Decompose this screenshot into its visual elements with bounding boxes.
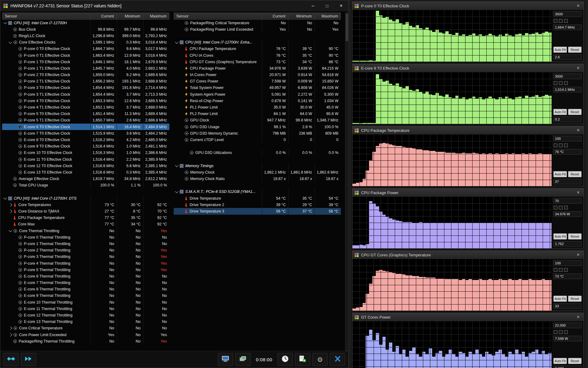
- graph-scale-max[interactable]: 100: [553, 136, 582, 141]
- auto-fit-button[interactable]: Auto Fit: [553, 47, 567, 53]
- clock-button[interactable]: [277, 353, 293, 366]
- sensor-row[interactable]: CPU IA Cores76 °C35 °C90 °C: [174, 52, 341, 59]
- sensor-row[interactable]: GT Cores Power7.598 W0.009 W15.850 W: [174, 78, 341, 85]
- graph-close-icon[interactable]: ×: [575, 252, 581, 257]
- fast-forward-button[interactable]: [21, 353, 36, 366]
- graph-scale-max[interactable]: 100: [553, 260, 582, 266]
- sensor-row[interactable]: PL1 Power Limit35.0 W30.0 W45.0 W: [174, 104, 341, 110]
- column-header-maximum[interactable]: Maximum: [143, 13, 169, 19]
- graph-option-checkbox[interactable]: [559, 19, 563, 23]
- sensor-row[interactable]: E-core 11 T0 Effective Clock1,516.4 MHz2…: [2, 156, 169, 163]
- graph-window-titlebar[interactable]: GT Cores Power×: [352, 313, 583, 321]
- expand-down-icon[interactable]: [3, 21, 7, 24]
- reset-button[interactable]: Reset: [568, 233, 582, 240]
- graph-scale-min[interactable]: 0.000: [553, 366, 582, 368]
- sensor-row[interactable]: E-core 13 T0 Effective Clock1,516.6 MHz0…: [2, 169, 169, 175]
- sensor-row[interactable]: E-core 6 T0 Effective Clock1,514.1 MHz16…: [2, 124, 169, 130]
- sensor-row[interactable]: Package/Ring Critical TemperatureNoNoNo: [174, 20, 341, 26]
- remote-monitoring-button[interactable]: [218, 353, 233, 366]
- graph-close-icon[interactable]: ×: [575, 66, 581, 71]
- window-titlebar[interactable]: HWiNFO64 v7.22-4731 Sensor Status [227 v…: [0, 0, 348, 11]
- close-sensors-button[interactable]: [330, 353, 345, 366]
- expand-down-icon[interactable]: [175, 190, 178, 193]
- reset-button[interactable]: Reset: [568, 171, 582, 177]
- graph-close-icon[interactable]: ×: [575, 190, 581, 195]
- graph-option-checkbox[interactable]: [564, 330, 568, 334]
- sensor-row[interactable]: E-core 11 Thermal ThrottlingNoNoNo: [2, 305, 169, 312]
- sensor-row[interactable]: CPU GT Cores (Graphics) Temperature73 °C…: [174, 59, 341, 65]
- sensor-row[interactable]: CPU [#0]: Intel Core i7-12700H: DTS: [2, 195, 169, 201]
- sensor-row[interactable]: Core Thermal ThrottlingNoNoYes: [2, 228, 169, 234]
- graph-option-checkbox[interactable]: [564, 19, 568, 23]
- reset-button[interactable]: Reset: [568, 296, 582, 302]
- graph-scale-min[interactable]: 1.762: [553, 241, 582, 247]
- sensor-row[interactable]: P-core 5 T0 Effective Clock1,651.4 MHz11…: [2, 111, 169, 117]
- graph-option-checkbox[interactable]: [559, 206, 563, 209]
- auto-fit-button[interactable]: Auto Fit: [553, 296, 567, 302]
- sensor-row[interactable]: E-core 8 Thermal ThrottlingNoNoNo: [2, 286, 169, 293]
- expand-down-icon[interactable]: [9, 229, 12, 232]
- expand-down-icon[interactable]: [9, 40, 12, 44]
- sensor-row[interactable]: CPU Package Power34.976 W3.639 W64.215 W: [174, 65, 341, 71]
- sensor-row[interactable]: CPU [#0]: Intel Core i7-12700H: Enha...: [174, 39, 341, 46]
- graph-option-checkbox[interactable]: [554, 206, 557, 209]
- sensor-row[interactable]: GPU Clock947.7 MHz99.8 MHz1,346.7 MHz: [174, 117, 341, 124]
- sensor-row[interactable]: GPU D3D Memory Dynamic796 MB236 MB809 MB: [174, 130, 341, 136]
- sensor-row[interactable]: P-core 0 Thermal ThrottlingNoNoNo: [2, 234, 169, 240]
- sensor-row[interactable]: Core Critical TemperatureNoNoNo: [2, 325, 169, 332]
- graph-scale-min[interactable]: 37: [553, 179, 582, 184]
- sensor-row[interactable]: GPU D3D Usage99.1 %2.8 %100.0 %: [174, 124, 341, 130]
- graph-close-icon[interactable]: ×: [575, 315, 581, 320]
- sensor-row[interactable]: P-core 3 T1 Effective Clock1,654.4 MHz3.…: [2, 91, 169, 98]
- graph-option-checkbox[interactable]: [564, 81, 568, 85]
- scrollbar-thumb[interactable]: [346, 13, 348, 41]
- logging-layers-button[interactable]: [235, 353, 251, 366]
- vertical-scrollbar[interactable]: [345, 13, 349, 351]
- graph-close-icon[interactable]: ×: [575, 3, 581, 8]
- sensor-row[interactable]: Ring/LLC Clock1,296.8 MHz399.0 MHz2,793.…: [2, 33, 169, 39]
- graph-scale-min[interactable]: 2.6: [553, 54, 582, 60]
- sensor-row[interactable]: CPU [#0]: Intel Core i7-12700H: [2, 20, 169, 26]
- auto-fit-button[interactable]: Auto Fit: [553, 233, 567, 240]
- graph-option-checkbox[interactable]: [554, 144, 557, 147]
- sensor-row[interactable]: Package/Ring Thermal ThrottlingNoNoYes: [2, 338, 169, 344]
- sensor-row[interactable]: CPU Package Temperature76 °C39 °C90 °C: [174, 46, 341, 52]
- sensor-row[interactable]: P-core 4 Thermal ThrottlingNoNoYes: [2, 260, 169, 266]
- sensor-row[interactable]: System Agent Power5.091 W2.272 W5.300 W: [174, 91, 341, 98]
- sensor-row[interactable]: P-core 5 Thermal ThrottlingNoNoYes: [2, 266, 169, 273]
- expand-right-icon[interactable]: [9, 333, 12, 336]
- sensor-row[interactable]: P-core 1 T1 Effective Clock1,645.7 MHz4.…: [2, 65, 169, 71]
- maximize-button[interactable]: □: [320, 0, 334, 11]
- sensor-row[interactable]: S.M.A.R.T.: PCIe-8 SSD 512GB (YMA1...: [174, 189, 341, 195]
- column-header-sensor[interactable]: Sensor: [2, 14, 90, 18]
- graph-option-checkbox[interactable]: [554, 19, 557, 23]
- sensor-row[interactable]: Core Power Limit ExceededYesNoYes: [2, 332, 169, 338]
- settings-button[interactable]: ⚙: [312, 353, 328, 366]
- sensor-row[interactable]: E-core 6 Thermal ThrottlingNoNoNo: [2, 273, 169, 279]
- column-header-minimum[interactable]: Minimum: [116, 13, 143, 19]
- auto-fit-button[interactable]: Auto Fit: [553, 358, 567, 364]
- reset-button[interactable]: Reset: [568, 109, 582, 115]
- graph-scale-max[interactable]: 70: [553, 198, 582, 204]
- auto-fit-button[interactable]: Auto Fit: [553, 171, 567, 177]
- graph-option-checkbox[interactable]: [559, 144, 563, 147]
- sensor-row[interactable]: Total CPU Usage100.0 %1.1 %100.0 %: [2, 182, 169, 189]
- expand-down-icon[interactable]: [175, 40, 178, 44]
- auto-fit-button[interactable]: Auto Fit: [553, 109, 567, 115]
- sensor-row[interactable]: IA Cores Power20.971 W0.914 W54.616 W: [174, 72, 341, 78]
- minimize-button[interactable]: –: [306, 0, 320, 11]
- sensor-row[interactable]: Package/Ring Power Limit ExceededYesNoYe…: [174, 26, 341, 33]
- graph-window-titlebar[interactable]: P-core 0 T0 Effective Clock×: [352, 2, 583, 10]
- sensor-row[interactable]: E-core 9 T0 Effective Clock1,516.4 MHz1.…: [2, 143, 169, 150]
- sensor-row[interactable]: P-core 4 T1 Effective Clock1,652.1 MHz3.…: [2, 104, 169, 110]
- sensor-row[interactable]: Rest-of-Chip Power0.878 W0.141 W1.034 W: [174, 98, 341, 104]
- expand-right-icon[interactable]: [9, 203, 12, 206]
- graph-close-icon[interactable]: ×: [575, 128, 581, 133]
- graph-option-checkbox[interactable]: [559, 268, 563, 272]
- sensor-row[interactable]: Average Effective Clock1,619.7 MHz34.8 M…: [2, 176, 169, 182]
- graph-scale-min[interactable]: 0.2: [553, 117, 582, 122]
- expand-down-icon[interactable]: [175, 164, 178, 167]
- sensor-row[interactable]: E-core 8 T0 Effective Clock1,516.2 MHz4.…: [2, 136, 169, 143]
- sensor-row[interactable]: E-core 9 Thermal ThrottlingNoNoNo: [2, 293, 169, 299]
- sensor-row[interactable]: P-core 1 T0 Effective Clock1,648.1 MHz18…: [2, 59, 169, 65]
